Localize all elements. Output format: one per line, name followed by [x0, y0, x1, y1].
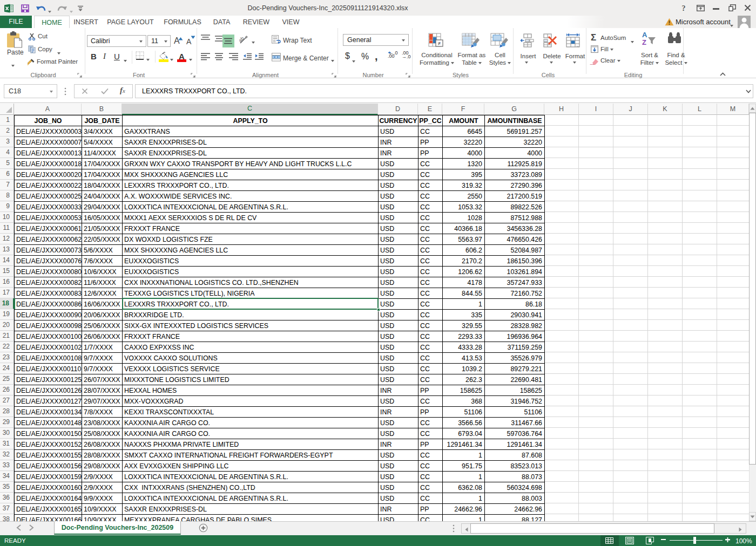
svg-text:Z: Z — [642, 38, 646, 46]
svg-text:A: A — [642, 31, 647, 39]
svg-text:≠: ≠ — [438, 40, 441, 46]
svg-text:→.0: →.0 — [402, 54, 411, 59]
svg-text:?: ? — [682, 4, 686, 12]
svg-text:←.0: ←.0 — [389, 51, 398, 56]
svg-text:ab: ab — [239, 36, 245, 43]
